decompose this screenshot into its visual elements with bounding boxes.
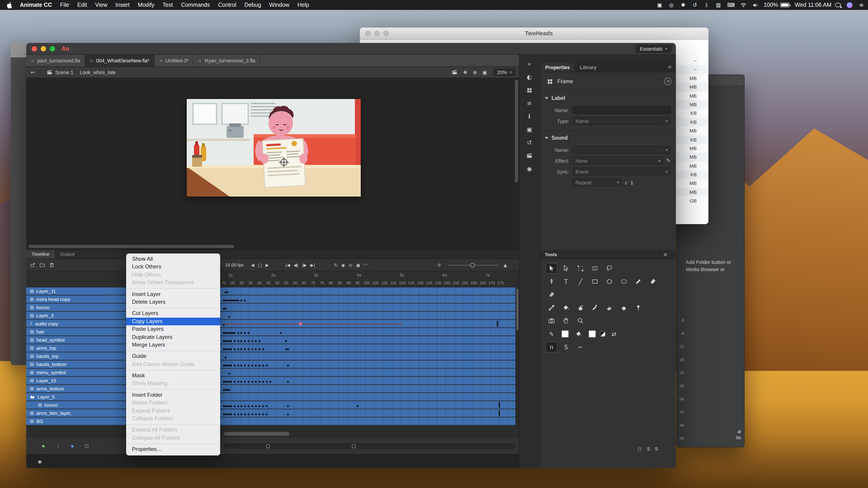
stroke-color-pencil-icon[interactable]: ✎ [546, 328, 557, 339]
timeline-horizontal-scrollbar[interactable] [224, 432, 289, 435]
context-menu-item[interactable]: Lock Others [126, 263, 220, 271]
menu-view[interactable]: View [91, 2, 112, 8]
menu-control[interactable]: Control [214, 2, 241, 8]
document-tab[interactable]: ×Untitled-3* [154, 55, 194, 66]
label-name-input[interactable] [573, 106, 671, 114]
layer-row[interactable]: ▤Layer_15 [26, 377, 515, 385]
history-panel-icon[interactable]: ↺ [519, 136, 540, 149]
layer-frames[interactable] [223, 344, 515, 352]
ink-bottle-tool[interactable] [575, 302, 586, 313]
timeline-vertical-scrollbar[interactable] [515, 287, 519, 426]
layer-row[interactable]: ▤hands_bottom [26, 361, 515, 369]
menu-window[interactable]: Window [265, 2, 293, 8]
brush-tool[interactable] [647, 276, 659, 287]
menu-help[interactable]: Help [293, 2, 313, 8]
menu-file[interactable]: File [56, 2, 73, 8]
layer-frames[interactable] [223, 369, 515, 377]
layer-row[interactable]: ▤arms_btm_layer, [26, 410, 515, 418]
frame-ruler[interactable]: 1s2s3s4s5s6s7s20253035404550556065707580… [26, 271, 519, 287]
back-button[interactable]: ← [26, 69, 40, 75]
menu-modify[interactable]: Modify [133, 2, 158, 8]
context-menu-item[interactable]: Paste Layers [126, 325, 220, 333]
selection-color-icon[interactable]: ▪ [69, 442, 76, 449]
spotlight-icon[interactable] [835, 3, 841, 7]
layer-row[interactable]: ▤hair [26, 328, 515, 336]
width-tool[interactable]: ◆ [618, 302, 630, 313]
layer-row[interactable]: ♪audio copy [26, 320, 515, 328]
panel-menu-icon[interactable] [668, 64, 676, 70]
straighten-option[interactable]: ⌐ [575, 341, 586, 352]
layer-frames[interactable] [223, 287, 515, 295]
new-folder-button[interactable] [37, 259, 47, 271]
edit-scene-icon[interactable] [449, 69, 460, 75]
layer-frames[interactable] [223, 352, 515, 360]
context-menu-item[interactable]: Insert Layer [126, 290, 220, 298]
close-tab-icon[interactable]: × [198, 58, 202, 63]
volume-icon[interactable] [752, 0, 758, 10]
context-menu-item[interactable]: Copy Layers [126, 318, 220, 325]
context-menu-item[interactable]: Mask [126, 372, 220, 380]
sound-effect-select[interactable]: None [573, 157, 663, 164]
layer-row[interactable]: ▤head_symbol [26, 336, 515, 344]
tools-scroll-knob[interactable]: ○ [636, 445, 643, 452]
context-menu-item[interactable]: Guide [126, 353, 220, 361]
scroll-thumb[interactable] [516, 289, 518, 330]
context-menu-item[interactable]: Merge Layers [126, 341, 220, 349]
delete-layer-button[interactable] [47, 259, 57, 271]
zoom-select[interactable]: 20% [493, 69, 515, 76]
scroll-knob[interactable] [266, 444, 270, 448]
snap-to-objects-toggle[interactable]: n [546, 341, 557, 352]
transform-panel-icon[interactable]: ▣ [519, 123, 540, 136]
zoom-window-button[interactable] [383, 31, 389, 36]
stage-horizontal-scrollbar[interactable] [29, 245, 234, 248]
context-menu-item[interactable]: Show All [126, 255, 220, 263]
fluid-brush-tool[interactable] [546, 289, 557, 300]
context-menu-item[interactable]: Insert Folder [126, 391, 220, 399]
go-last-frame-button[interactable]: ▶| [309, 259, 317, 271]
layer-frames[interactable] [223, 328, 515, 336]
step-back-button[interactable]: ◀ [249, 259, 256, 271]
tab-timeline[interactable]: Timeline [26, 250, 55, 258]
go-first-frame-button[interactable]: |◀ [283, 259, 292, 271]
prev-keyframe-button[interactable]: ◀| [292, 259, 300, 271]
menu-bar-clock[interactable]: Wed 11:06 AM [795, 2, 831, 8]
timeline-scroll-strip[interactable] [224, 443, 515, 449]
context-menu-item[interactable]: Cut Layers [126, 310, 220, 318]
subselection-tool[interactable] [560, 263, 572, 274]
preview-panel-icon[interactable]: ◉ [519, 162, 540, 175]
breadcrumb-symbol[interactable]: Look_whos_late [80, 70, 116, 75]
layer-row[interactable]: ▤tourso [26, 304, 515, 312]
sound-name-select[interactable] [573, 146, 671, 154]
next-keyframe-button[interactable]: |▶ [300, 259, 309, 271]
time-machine-icon[interactable]: ↺ [692, 0, 698, 10]
stroke-color-chip[interactable] [561, 330, 569, 337]
context-menu-item[interactable]: Duplicate Layers [126, 333, 220, 341]
menu-text[interactable]: Text [158, 2, 177, 8]
layer-frames[interactable] [223, 320, 515, 328]
display-mirroring-icon[interactable]: ▣ [657, 0, 662, 10]
loop-count-value[interactable]: 1 [630, 180, 633, 185]
paw-menu-icon[interactable]: ✱ [680, 0, 686, 10]
center-stage-icon[interactable]: ⊕ [470, 69, 480, 75]
marker-toggle-icon[interactable]: ▪ [40, 442, 47, 449]
zoom-tool[interactable] [575, 315, 586, 326]
layer-frames[interactable] [223, 336, 515, 344]
layer-frames[interactable] [223, 361, 515, 368]
app-menu-name[interactable]: Animate CC [16, 2, 56, 8]
tab-properties[interactable]: Properties [540, 63, 575, 72]
publish-settings-icon[interactable] [664, 78, 671, 85]
panel-menu-icon[interactable] [663, 252, 671, 257]
layer-row[interactable]: ▤Layer_11 [26, 287, 515, 295]
menu-debug[interactable]: Debug [240, 2, 265, 8]
layer-frames[interactable] [223, 401, 515, 409]
menu-edit[interactable]: Edit [73, 2, 91, 8]
layer-frames[interactable] [223, 304, 515, 311]
edit-multiple-frames-button[interactable]: ▣ [354, 259, 362, 271]
timeline-zoom-slider[interactable] [448, 265, 498, 266]
layer-row[interactable]: ▤arms_bottom [26, 385, 515, 393]
free-transform-tool[interactable] [575, 263, 586, 274]
align-panel-icon[interactable]: ≡ [519, 97, 540, 110]
layer-row[interactable]: ▤menu_symbol [26, 369, 515, 377]
menu-insert[interactable]: Insert [112, 2, 134, 8]
preview-eye-icon[interactable]: ◉ [36, 458, 43, 465]
